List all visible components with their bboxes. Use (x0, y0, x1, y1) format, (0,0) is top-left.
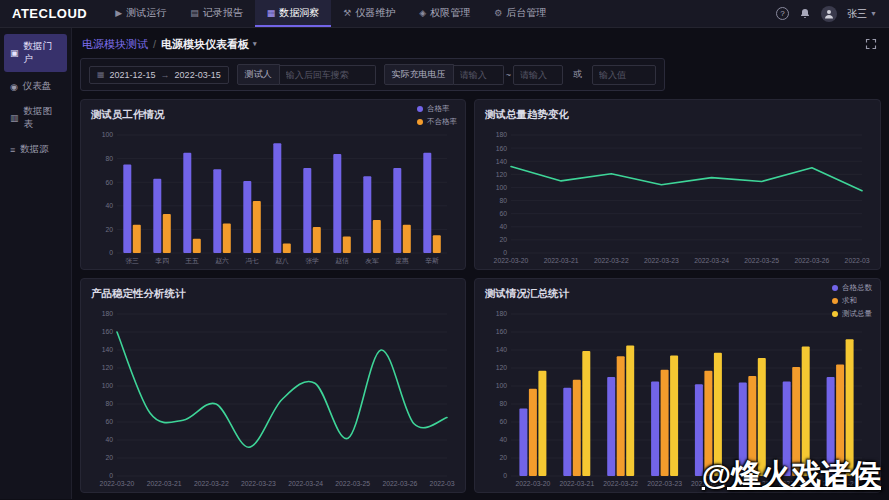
wrench-icon: ⚒ (343, 8, 351, 18)
svg-text:140: 140 (496, 158, 508, 165)
or-label: 或 (571, 68, 584, 81)
avatar[interactable] (821, 6, 837, 22)
svg-text:40: 40 (105, 202, 113, 209)
legend-dot-icon (417, 106, 423, 112)
svg-text:张学: 张学 (305, 257, 319, 265)
svg-text:40: 40 (500, 437, 508, 444)
svg-text:2022-03-26: 2022-03-26 (430, 480, 455, 487)
shield-icon: ◈ (419, 8, 426, 18)
sidebar-item-dashboard[interactable]: ◉ 仪表盘 (0, 74, 71, 99)
date-range-picker[interactable]: ▦ 2021-12-15 → 2022-03-15 (89, 66, 229, 84)
svg-text:2022-03-23: 2022-03-23 (241, 480, 276, 487)
user-menu[interactable]: 张三 ▼ (847, 7, 877, 21)
svg-text:120: 120 (102, 365, 114, 372)
svg-text:2022-03-20: 2022-03-20 (516, 480, 551, 487)
svg-text:2022-03-22: 2022-03-22 (194, 480, 229, 487)
svg-text:80: 80 (500, 401, 508, 408)
svg-text:80: 80 (105, 401, 113, 408)
nav-item-permission[interactable]: ◈ 权限管理 (407, 0, 482, 27)
svg-text:120: 120 (496, 365, 508, 372)
tilde-separator: ~ (504, 70, 513, 80)
gear-icon: ⚙ (494, 8, 502, 18)
svg-text:2022-03-22: 2022-03-22 (603, 480, 638, 487)
legend-dot-icon (832, 285, 838, 291)
svg-text:2022-03-20: 2022-03-20 (494, 257, 529, 264)
bar-chart-icon: ▥ (10, 113, 19, 123)
svg-text:160: 160 (102, 329, 114, 336)
svg-text:2022-03-25: 2022-03-25 (744, 257, 779, 264)
bell-icon[interactable] (799, 8, 811, 20)
nav-item-report[interactable]: ▤ 记录报告 (178, 0, 255, 27)
legend-item[interactable]: 测试总量 (832, 309, 872, 319)
legend-item[interactable]: 合格率 (417, 104, 457, 114)
svg-text:180: 180 (102, 311, 114, 318)
range-arrow-icon: → (161, 70, 170, 80)
play-icon: ▶ (115, 8, 122, 18)
svg-text:2022-03-26: 2022-03-26 (795, 257, 830, 264)
panel-product-stability: 产品稳定性分析统计 0204060801001201401601802022-0… (80, 278, 466, 493)
breadcrumb-current-dropdown[interactable]: 电源模块仪表看板 ▾ (161, 37, 257, 52)
nav-item-admin[interactable]: ⚙ 后台管理 (482, 0, 558, 27)
svg-text:160: 160 (496, 145, 508, 152)
breadcrumb-current-label: 电源模块仪表看板 (161, 37, 249, 52)
svg-text:2022-03-26: 2022-03-26 (383, 480, 418, 487)
svg-text:辛斯: 辛斯 (425, 257, 439, 264)
tester-label: 测试人 (237, 64, 280, 85)
date-end-value: 2022-03-15 (175, 70, 221, 80)
breadcrumb-parent[interactable]: 电源模块测试 (82, 37, 148, 52)
legend-item[interactable]: 求和 (832, 296, 872, 306)
sidebar-item-data-source[interactable]: ≡ 数据源 (0, 137, 71, 162)
date-start-value: 2021-12-15 (110, 70, 156, 80)
svg-text:100: 100 (102, 383, 114, 390)
chart-legend: 合格率不合格率 (417, 104, 457, 130)
sidebar-item-data-charts[interactable]: ▥ 数据图表 (0, 99, 71, 137)
tester-input[interactable] (280, 65, 376, 85)
svg-text:80: 80 (105, 155, 113, 162)
help-icon[interactable]: ? (776, 7, 789, 20)
nav-item-instrument[interactable]: ⚒ 仪器维护 (331, 0, 407, 27)
legend-item[interactable]: 不合格率 (417, 117, 457, 127)
chart-title: 测试情况汇总统计 (485, 287, 870, 301)
tester-filter: 测试人 (237, 64, 376, 85)
svg-text:李四: 李四 (155, 257, 169, 265)
legend-item[interactable]: 合格总数 (832, 283, 872, 293)
gauge-icon: ◉ (10, 82, 18, 92)
svg-text:140: 140 (102, 347, 114, 354)
tester-work-bar-chart: 020406080100张三李四王五赵六冯七赵八张学赵信友军度惠辛斯 (91, 125, 455, 266)
fullscreen-icon[interactable] (863, 36, 879, 52)
top-navbar: ATECLOUD ▶ 测试运行 ▤ 记录报告 ▦ 数据洞察 ⚒ 仪器维护 ◈ 权… (0, 0, 889, 28)
sidebar-item-label: 仪表盘 (23, 80, 52, 93)
nav-item-test-run[interactable]: ▶ 测试运行 (103, 0, 178, 27)
nav-item-label: 记录报告 (203, 6, 243, 20)
svg-text:2022-03-21: 2022-03-21 (559, 480, 594, 487)
sidebar-item-data-portal[interactable]: ▣ 数据门户 (4, 34, 67, 72)
charts-grid: 测试员工作情况 020406080100张三李四王五赵六冯七赵八张学赵信友军度惠… (80, 99, 881, 493)
svg-text:160: 160 (496, 329, 508, 336)
database-icon: ≡ (10, 145, 15, 155)
svg-text:80: 80 (500, 197, 508, 204)
voltage-min-input[interactable] (454, 65, 504, 85)
svg-text:2022-03-24: 2022-03-24 (691, 480, 726, 487)
user-name-label: 张三 (847, 7, 867, 21)
nav-item-label: 数据洞察 (279, 6, 319, 20)
nav-item-data-insight[interactable]: ▦ 数据洞察 (255, 0, 332, 27)
test-summary-bar-chart: 0204060801001201401601802022-03-202022-0… (485, 304, 870, 489)
svg-text:王五: 王五 (185, 257, 199, 264)
svg-text:20: 20 (500, 455, 508, 462)
svg-text:2022-03-21: 2022-03-21 (147, 480, 182, 487)
svg-text:2022-03-26: 2022-03-26 (845, 257, 870, 264)
insight-icon: ▦ (267, 8, 276, 18)
svg-text:20: 20 (105, 455, 113, 462)
legend-dot-icon (832, 311, 838, 317)
svg-text:2022-03-26: 2022-03-26 (779, 480, 814, 487)
chart-legend: 合格总数求和测试总量 (832, 283, 872, 322)
svg-text:2022-03-23: 2022-03-23 (647, 480, 682, 487)
svg-text:180: 180 (496, 311, 508, 318)
svg-text:100: 100 (102, 131, 114, 138)
svg-text:赵信: 赵信 (335, 257, 349, 265)
chart-title: 测试员工作情况 (91, 108, 455, 122)
panel-tester-work-status: 测试员工作情况 020406080100张三李四王五赵六冯七赵八张学赵信友军度惠… (80, 99, 466, 270)
app-logo: ATECLOUD (0, 0, 103, 27)
value-input[interactable] (592, 65, 656, 85)
voltage-max-input[interactable] (513, 65, 563, 85)
